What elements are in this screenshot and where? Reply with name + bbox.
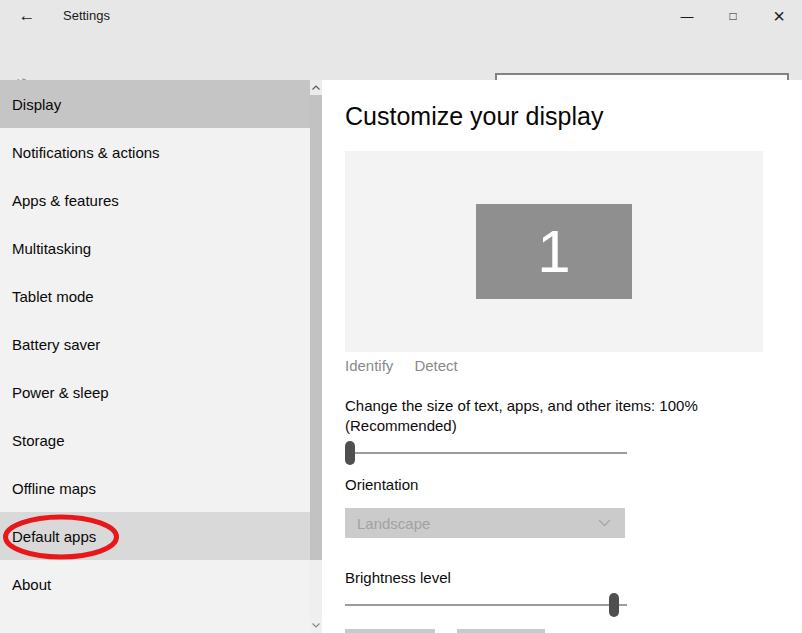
identify-detect-row: Identify Detect bbox=[345, 357, 458, 374]
sidebar-scrollbar[interactable] bbox=[310, 80, 322, 633]
sidebar-item-label: Storage bbox=[12, 432, 65, 449]
page-title: Customize your display bbox=[345, 102, 603, 131]
detect-link[interactable]: Detect bbox=[414, 357, 457, 374]
scroll-down-button[interactable] bbox=[310, 618, 322, 633]
sidebar-item-label: About bbox=[12, 576, 51, 593]
scrollbar-thumb[interactable] bbox=[310, 95, 322, 560]
sidebar-item-label: Apps & features bbox=[12, 192, 119, 209]
slider-track[interactable] bbox=[345, 452, 627, 454]
sidebar-item-storage[interactable]: Storage bbox=[0, 416, 322, 464]
close-icon: × bbox=[773, 5, 785, 28]
sidebar-item-apps-features[interactable]: Apps & features bbox=[0, 176, 322, 224]
minimize-icon: — bbox=[681, 9, 694, 24]
monitor-1[interactable]: 1 bbox=[476, 204, 632, 299]
chevron-down-icon bbox=[598, 519, 611, 527]
maximize-icon: □ bbox=[729, 9, 736, 23]
sidebar-item-notifications-actions[interactable]: Notifications & actions bbox=[0, 128, 322, 176]
sidebar-item-label: Default apps bbox=[12, 528, 96, 545]
settings-window: ← Settings — □ × SYSTEM bbox=[0, 0, 802, 633]
slider-track[interactable] bbox=[345, 604, 627, 606]
orientation-dropdown[interactable]: Landscape bbox=[345, 508, 625, 538]
header: ← Settings — □ × SYSTEM bbox=[0, 0, 802, 80]
sidebar-item-label: Display bbox=[12, 96, 61, 113]
sidebar-item-label: Notifications & actions bbox=[12, 144, 160, 161]
window-controls: — □ × bbox=[664, 0, 802, 32]
scale-description: Change the size of text, apps, and other… bbox=[345, 396, 735, 436]
sidebar-item-default-apps[interactable]: Default apps bbox=[0, 512, 322, 560]
sidebar: Display Notifications & actions Apps & f… bbox=[0, 80, 322, 633]
sidebar-item-label: Power & sleep bbox=[12, 384, 109, 401]
slider-thumb[interactable] bbox=[609, 593, 619, 617]
titlebar: ← Settings — □ × bbox=[0, 0, 802, 32]
window-title: Settings bbox=[63, 8, 110, 23]
slider-thumb[interactable] bbox=[345, 441, 355, 465]
back-button[interactable]: ← bbox=[12, 2, 42, 30]
sidebar-item-tablet-mode[interactable]: Tablet mode bbox=[0, 272, 322, 320]
sidebar-item-about[interactable]: About bbox=[0, 560, 322, 608]
orientation-value: Landscape bbox=[357, 515, 430, 532]
monitor-number: 1 bbox=[537, 222, 570, 282]
sidebar-item-label: Tablet mode bbox=[12, 288, 94, 305]
monitor-preview-panel: 1 bbox=[345, 151, 763, 352]
app-header: SYSTEM bbox=[0, 32, 802, 80]
chevron-up-icon bbox=[312, 85, 320, 90]
scroll-up-button[interactable] bbox=[310, 80, 322, 95]
brightness-slider[interactable] bbox=[345, 593, 627, 617]
sidebar-item-battery-saver[interactable]: Battery saver bbox=[0, 320, 322, 368]
scale-slider[interactable] bbox=[345, 441, 627, 465]
close-button[interactable]: × bbox=[756, 0, 802, 32]
display-settings-pane: Customize your display 1 Identify Detect… bbox=[322, 80, 802, 633]
sidebar-item-multitasking[interactable]: Multitasking bbox=[0, 224, 322, 272]
orientation-label: Orientation bbox=[345, 476, 418, 493]
partial-button[interactable] bbox=[345, 629, 435, 633]
sidebar-item-display[interactable]: Display bbox=[0, 80, 322, 128]
maximize-button[interactable]: □ bbox=[710, 0, 756, 32]
minimize-button[interactable]: — bbox=[664, 0, 710, 32]
sidebar-item-offline-maps[interactable]: Offline maps bbox=[0, 464, 322, 512]
back-arrow-icon: ← bbox=[19, 6, 36, 26]
identify-link[interactable]: Identify bbox=[345, 357, 393, 374]
brightness-label: Brightness level bbox=[345, 569, 451, 586]
sidebar-item-power-sleep[interactable]: Power & sleep bbox=[0, 368, 322, 416]
sidebar-item-label: Battery saver bbox=[12, 336, 100, 353]
sidebar-item-label: Offline maps bbox=[12, 480, 96, 497]
partial-button[interactable] bbox=[457, 629, 545, 633]
chevron-down-icon bbox=[312, 623, 320, 628]
sidebar-item-label: Multitasking bbox=[12, 240, 91, 257]
